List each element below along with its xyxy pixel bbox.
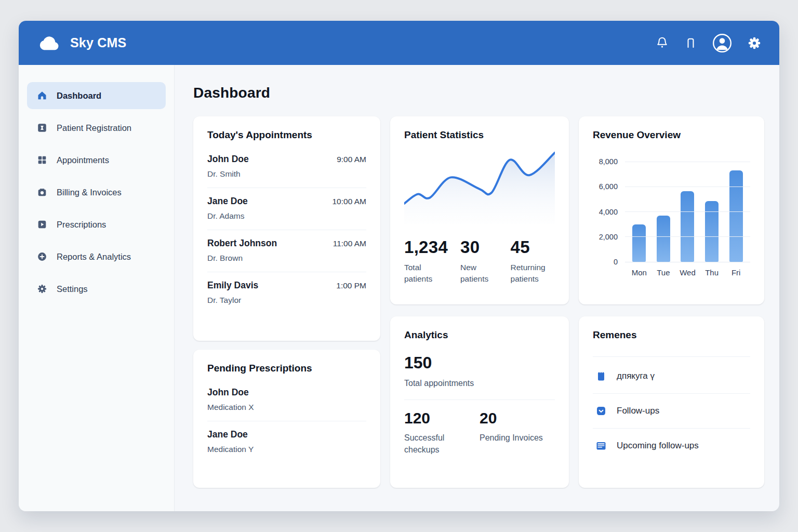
top-bar: Sky CMS [19,21,779,65]
patient-name: Jane Doe [207,196,248,207]
sidebar-item-dashboard[interactable]: Dashboard [27,82,166,109]
gridline [625,262,750,262]
y-axis-tick-label: 4,000 [593,207,618,217]
id-badge-icon [36,122,48,134]
stat-value: 1,234 [404,237,443,257]
stat-label: Returning patients [511,262,555,285]
analytics-card: Analytics 150 Total appointments 120 Su [390,316,569,488]
home-icon [36,90,48,101]
y-axis-tick-label: 6,000 [593,182,618,191]
x-axis-tick-label: Thu [702,268,721,277]
top-actions [655,33,762,53]
list-window-icon [595,440,607,452]
revenue-bar-fri [729,170,743,262]
prescription-row: John Doe Medication X [207,379,366,421]
brand-title: Sky CMS [70,35,126,50]
y-axis-tick-label: 2,000 [593,232,618,242]
card-title: Today's Appointments [207,129,366,141]
patient-name: Robert Johnson [207,238,277,249]
camera-receipt-icon [36,187,48,198]
reminder-item[interactable]: Upcoming follow-ups [593,429,750,463]
pending-prescriptions-card: Pending Prescriptions John Doe Medicatio… [193,350,380,488]
doctor-name: Dr. Brown [207,254,366,263]
brand: Sky CMS [37,33,126,54]
revenue-x-axis-labels: MonTueWedThuFri [625,268,750,277]
reminders-card: Remenes дпякуга ү [579,316,764,488]
bookmark-icon[interactable] [684,36,697,49]
sidebar-item-settings[interactable]: Settings [27,275,166,302]
stat-value: 30 [460,237,493,257]
main-content: Dashboard Today's Appointments John Doe [175,65,779,511]
sidebar-item-reports-analytics[interactable]: Reports & Analytics [27,243,166,270]
total-appointments-label: Total appointments [404,377,555,389]
revenue-plot-area: 02,0004,0006,0008,000 [625,162,750,262]
user-avatar-icon[interactable] [712,33,732,53]
chevron-square-icon [595,405,607,417]
sidebar-item-appointments[interactable]: Appointments [27,147,166,174]
card-title: Patient Statistics [404,129,555,141]
doctor-name: Dr. Adams [207,211,366,221]
sidebar-item-label: Reports & Analytics [57,252,131,262]
prescription-row: Jane Doe Medication Y [207,421,366,463]
reminder-label: Upcoming follow-ups [617,441,699,451]
play-doc-icon [36,219,48,230]
analytics-metric: 20 Pending Invoices [480,409,555,456]
y-axis-tick-label: 8,000 [593,157,618,166]
y-axis-tick-label: 0 [593,257,618,267]
plus-circle-icon [36,251,48,262]
appointment-time: 1:00 PM [336,281,366,290]
metric-value: 120 [404,409,480,427]
gridline [625,187,750,187]
metric-label: Pending Invoices [480,432,555,444]
card-title: Remenes [593,329,750,341]
analytics-metric: 120 Successful checkups [404,409,480,456]
gear-icon [36,283,48,295]
revenue-bar-chart: 02,0004,0006,0008,000 MonTueWedThuFri [593,162,750,277]
stat-block: 45 Returning patients [511,237,555,285]
gridline [625,162,750,162]
x-axis-tick-label: Fri [727,268,746,277]
revenue-bar-wed [681,191,694,262]
patient-name: John Doe [207,387,249,398]
patient-name: Jane Doe [207,429,248,440]
stat-value: 45 [511,237,555,257]
appointment-row: Jane Doe 10:00 AM Dr. Adams [207,188,366,230]
patient-statistics-card: Patient Statistics [390,116,569,304]
cloud-logo-icon [37,33,61,54]
patient-name: Emily Davis [207,280,258,291]
revenue-bar-thu [705,201,719,262]
sidebar-item-billing-invoices[interactable]: Billing & Invoices [27,179,166,206]
sidebar-item-label: Dashboard [57,91,101,101]
gear-icon[interactable] [747,36,762,50]
divider [593,356,750,357]
appointment-time: 9:00 AM [337,155,366,164]
sidebar-item-label: Patient Registration [57,123,131,133]
gridline [625,211,750,212]
reminder-item[interactable]: дпякуга ү [593,359,750,394]
reminders-list: дпякуга ү Follow-ups [593,359,750,463]
grid-icon [36,154,48,166]
sidebar-item-label: Appointments [57,155,109,165]
x-axis-tick-label: Wed [678,268,697,277]
doctor-name: Dr. Taylor [207,296,366,305]
appointment-row: Emily Davis 1:00 PM Dr. Taylor [207,272,366,314]
revenue-bar-mon [632,224,646,262]
sidebar-item-prescriptions[interactable]: Prescriptions [27,211,166,238]
app-window: Sky CMS [19,21,779,511]
patient-name: John Doe [207,154,249,165]
reminder-item[interactable]: Follow-ups [593,394,750,429]
appointment-row: Robert Johnson 11:00 AM Dr. Brown [207,230,366,272]
sidebar-item-label: Billing & Invoices [57,188,122,197]
stat-label: New patients [460,262,493,285]
revenue-bar-tue [657,216,670,262]
appointment-time: 10:00 AM [332,197,367,206]
metric-value: 20 [480,409,555,427]
sidebar-item-label: Prescriptions [57,220,106,230]
sidebar-item-patient-registration[interactable]: Patient Registration [27,114,166,141]
sidebar: Dashboard Patient Registration Appointme… [19,65,175,511]
gridline [625,236,750,237]
appointment-row: John Doe 9:00 AM Dr. Smith [207,146,366,188]
bell-icon[interactable] [655,36,669,50]
x-axis-tick-label: Tue [654,268,673,277]
x-axis-tick-label: Mon [630,268,648,277]
